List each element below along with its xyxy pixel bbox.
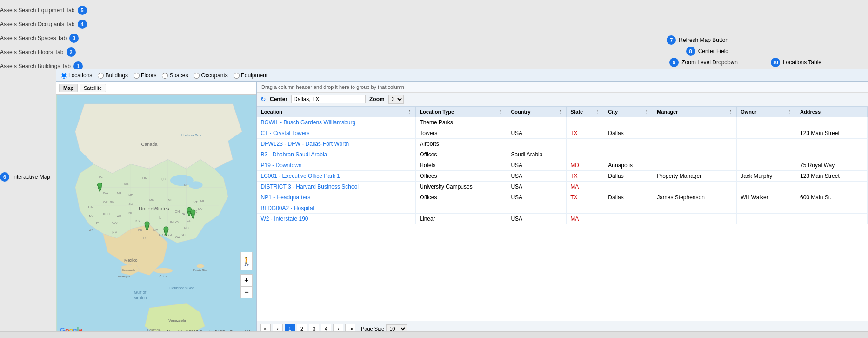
refresh-map-annotation: 7 Refresh Map Button	[667, 35, 728, 45]
data-table: Location ⋮ Location Type ⋮ Country ⋮ Sta…	[257, 106, 868, 224]
col-owner[interactable]: Owner ⋮	[737, 107, 796, 117]
table-cell	[796, 182, 868, 192]
svg-text:Colombia: Colombia	[147, 328, 161, 331]
col-location[interactable]: Location ⋮	[257, 107, 416, 117]
col-city[interactable]: City ⋮	[604, 107, 653, 117]
sort-icon-type[interactable]: ⋮	[498, 109, 503, 115]
svg-text:MN: MN	[149, 198, 154, 202]
table-cell[interactable]: NP1 - Headquarters	[257, 192, 416, 203]
radio-spaces[interactable]: Spaces	[162, 72, 188, 79]
table-cell	[737, 117, 796, 128]
svg-text:NE: NE	[128, 211, 133, 215]
svg-text:UT: UT	[95, 222, 100, 225]
locations-table-annotation: 10 Locations Table	[771, 58, 821, 67]
table-cell: Towers	[416, 128, 507, 139]
svg-text:CO: CO	[105, 212, 110, 216]
table-cell	[604, 182, 653, 192]
col-country[interactable]: Country ⋮	[507, 107, 567, 117]
radio-buildings[interactable]: Buildings	[98, 72, 128, 79]
table-cell[interactable]: LC001 - Executive Office Park 1	[257, 171, 416, 182]
table-cell: 123 Main Street	[796, 128, 868, 139]
table-cell	[604, 149, 653, 160]
svg-text:SK: SK	[110, 201, 114, 204]
map-area[interactable]: Gulf of Mexico Hudson Bay Canada United …	[56, 95, 256, 336]
zoom-label: Zoom	[369, 96, 385, 102]
table-cell[interactable]: W2 - Interstate 190	[257, 214, 416, 224]
center-label: Center	[270, 96, 287, 102]
table-cell[interactable]: TX	[567, 128, 604, 139]
center-field[interactable]	[291, 95, 366, 103]
table-cell	[653, 182, 737, 192]
table-cell	[796, 139, 868, 149]
map-section: Map Satellite	[56, 82, 256, 336]
table-cell[interactable]: CT - Crystal Towers	[257, 128, 416, 139]
svg-text:WY: WY	[112, 222, 118, 225]
svg-text:GA: GA	[175, 236, 180, 239]
drag-hint: Drag a column header and drop it here to…	[257, 82, 868, 93]
svg-text:IN: IN	[170, 221, 174, 224]
col-location-type[interactable]: Location Type ⋮	[416, 107, 507, 117]
satellite-button[interactable]: Satellite	[80, 84, 106, 92]
table-cell	[796, 203, 868, 214]
zoom-level-dropdown[interactable]: 12345	[388, 95, 404, 104]
table-cell[interactable]: P19 - Downtown	[257, 160, 416, 171]
table-cell[interactable]: TX	[567, 171, 604, 182]
table-cell[interactable]: BGWIL - Busch Gardens Williamsburg	[257, 117, 416, 128]
pegman-icon[interactable]: 🚶	[240, 252, 253, 270]
table-cell[interactable]: MA	[567, 214, 604, 224]
svg-text:WI: WI	[154, 207, 158, 210]
svg-text:Guatemala: Guatemala	[122, 269, 136, 271]
sort-icon-manager[interactable]: ⋮	[728, 109, 733, 115]
radio-tabs-bar: Locations Buildings Floors Spaces Occupa…	[56, 69, 868, 82]
svg-text:NC: NC	[184, 226, 189, 230]
table-cell	[737, 149, 796, 160]
sort-icon-location[interactable]: ⋮	[407, 109, 412, 115]
sort-icon-state[interactable]: ⋮	[595, 109, 600, 115]
table-row: W2 - Interstate 190LinearUSAMA	[257, 214, 868, 224]
table-row: NP1 - HeadquartersOfficesUSATXDallasJame…	[257, 192, 868, 203]
radio-locations[interactable]: Locations	[61, 72, 92, 79]
table-cell[interactable]: DISTRICT 3 - Harvard Business School	[257, 182, 416, 192]
radio-equipment[interactable]: Equipment	[234, 72, 267, 79]
zoom-out-button[interactable]: −	[240, 286, 253, 298]
svg-text:OH: OH	[175, 210, 180, 213]
svg-text:KS: KS	[135, 219, 140, 223]
svg-text:VT: VT	[194, 201, 198, 204]
table-cell: Offices	[416, 171, 507, 182]
map-button[interactable]: Map	[59, 84, 78, 92]
col-manager[interactable]: Manager ⋮	[653, 107, 737, 117]
sort-icon-address[interactable]: ⋮	[859, 109, 863, 115]
sort-icon-city[interactable]: ⋮	[644, 109, 649, 115]
svg-text:NM: NM	[112, 231, 117, 234]
zoom-dropdown-annotation: 9 Zoom Level Dropdown	[669, 58, 738, 67]
table-cell: Offices	[416, 192, 507, 203]
sort-icon-owner[interactable]: ⋮	[788, 109, 792, 115]
locations-table[interactable]: Location ⋮ Location Type ⋮ Country ⋮ Sta…	[257, 106, 868, 321]
svg-text:ND: ND	[128, 194, 133, 197]
table-cell: 600 Main St.	[796, 192, 868, 203]
svg-text:BC: BC	[98, 175, 103, 178]
svg-text:ON: ON	[142, 176, 147, 180]
refresh-map-button[interactable]: ↻	[260, 95, 266, 103]
table-cell[interactable]: DFW123 - DFW - Dallas-Fort Worth	[257, 139, 416, 149]
svg-text:OK: OK	[138, 229, 142, 232]
zoom-in-button[interactable]: +	[240, 274, 253, 286]
table-cell[interactable]: MD	[567, 160, 604, 171]
radio-floors[interactable]: Floors	[134, 72, 156, 79]
table-cell[interactable]: B3 - Dhahran Saudi Arabia	[257, 149, 416, 160]
radio-occupants[interactable]: Occupants	[194, 72, 227, 79]
table-cell[interactable]: BLDG00A2 - Hospital	[257, 203, 416, 214]
col-state[interactable]: State ⋮	[567, 107, 604, 117]
horizontal-scrollbar[interactable]	[0, 331, 868, 338]
table-cell	[737, 182, 796, 192]
sort-icon-country[interactable]: ⋮	[558, 109, 562, 115]
table-cell[interactable]: TX	[567, 192, 604, 203]
svg-text:OR: OR	[103, 201, 107, 204]
table-cell: Theme Parks	[416, 117, 507, 128]
col-address[interactable]: Address ⋮	[796, 107, 868, 117]
svg-text:MO: MO	[153, 229, 159, 232]
table-cell	[796, 214, 868, 224]
table-cell[interactable]: MA	[567, 182, 604, 192]
svg-text:Caribbean Sea: Caribbean Sea	[169, 286, 194, 290]
table-cell	[796, 149, 868, 160]
